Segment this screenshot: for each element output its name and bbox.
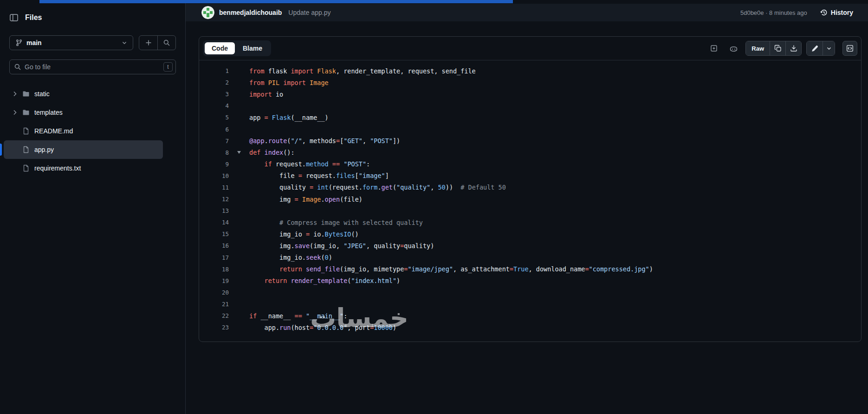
- tab-blame[interactable]: Blame: [236, 42, 269, 54]
- line-number[interactable]: 7: [199, 138, 229, 145]
- code-text: from PIL import Image: [249, 79, 329, 86]
- edit-file-button[interactable]: [807, 41, 823, 55]
- line-number[interactable]: 17: [199, 254, 229, 261]
- file-icon: [22, 146, 30, 153]
- tab-code[interactable]: Code: [205, 42, 235, 54]
- shortcut-key-badge: t: [163, 62, 173, 72]
- code-line: 2from PIL import Image: [199, 77, 861, 88]
- git-branch-icon: [15, 39, 23, 46]
- file-tree: static templates README.md: [4, 85, 176, 177]
- browser-accent-strip: [39, 0, 513, 3]
- code-line: 5app = Flask(__name__): [199, 112, 861, 123]
- line-number[interactable]: 16: [199, 242, 229, 249]
- edit-dropdown-button[interactable]: [823, 41, 835, 55]
- copy-raw-button[interactable]: [770, 41, 785, 55]
- code-text: if __name__ == "__main__":: [249, 312, 347, 320]
- code-text: @app.route("/", methods=["GET", "POST"]): [249, 137, 400, 145]
- line-number[interactable]: 22: [199, 312, 229, 319]
- code-line: 17 img_io.seek(0): [199, 252, 861, 263]
- commit-message[interactable]: Update app.py: [288, 9, 330, 16]
- tree-item-readme[interactable]: README.md: [4, 122, 163, 140]
- collapse-file-tree-button[interactable]: [9, 13, 19, 22]
- code-text: img_io.seek(0): [249, 254, 332, 261]
- identicon-avatar: [201, 6, 214, 19]
- symbols-panel-button[interactable]: [842, 41, 857, 56]
- code-text: def index():: [249, 149, 295, 156]
- line-number[interactable]: 2: [199, 79, 229, 86]
- code-body: 1from flask import Flask, render_templat…: [199, 60, 861, 342]
- code-line: 13: [199, 205, 861, 217]
- code-text: # Compress image with selected quality: [249, 219, 423, 226]
- chevron-down-icon: [827, 46, 831, 51]
- raw-button[interactable]: Raw: [746, 41, 770, 55]
- copilot-button[interactable]: [726, 41, 741, 56]
- download-icon: [790, 45, 797, 52]
- history-label: History: [831, 9, 853, 16]
- fold-collapse-toggle[interactable]: [229, 151, 249, 154]
- code-line: 19 return render_template("index.html"): [199, 275, 861, 287]
- code-text: return render_template("index.html"): [249, 277, 400, 284]
- code-line: 22if __name__ == "__main__":: [199, 310, 861, 322]
- code-text: quality = int(request.form.get("quality"…: [249, 184, 506, 191]
- edit-group: [806, 41, 835, 56]
- tree-item-requirements[interactable]: requirements.txt: [4, 159, 163, 177]
- goto-file-search: t: [9, 59, 176, 74]
- line-number[interactable]: 8: [199, 149, 229, 156]
- line-number[interactable]: 6: [199, 126, 229, 133]
- code-line: 14 # Compress image with selected qualit…: [199, 217, 861, 228]
- line-number[interactable]: 14: [199, 219, 229, 226]
- line-number[interactable]: 4: [199, 102, 229, 109]
- line-number[interactable]: 18: [199, 266, 229, 273]
- fold-caret-icon: [237, 151, 241, 154]
- branch-row: main: [9, 35, 176, 50]
- line-number[interactable]: 11: [199, 184, 229, 191]
- line-number[interactable]: 3: [199, 91, 229, 98]
- line-number[interactable]: 12: [199, 196, 229, 203]
- folder-icon: [22, 90, 30, 98]
- current-branch-label: main: [26, 39, 42, 46]
- line-number[interactable]: 1: [199, 67, 229, 74]
- commit-author[interactable]: benmedjaldichouaib: [219, 9, 282, 16]
- tree-item-static[interactable]: static: [4, 85, 163, 103]
- line-number[interactable]: 20: [199, 289, 229, 296]
- line-number[interactable]: 21: [199, 301, 229, 308]
- code-blame-segmented-control: Code Blame: [203, 40, 271, 56]
- commit-sha-and-time[interactable]: 5d0be0e · 8 minutes ago: [740, 9, 807, 16]
- tree-item-label: README.md: [34, 127, 73, 135]
- code-square-icon: [846, 45, 854, 52]
- line-number[interactable]: 15: [199, 230, 229, 237]
- avatar[interactable]: [201, 6, 214, 19]
- line-number[interactable]: 9: [199, 161, 229, 168]
- code-text: file = request.files["image"]: [249, 172, 389, 179]
- tree-item-app-py[interactable]: app.py: [4, 140, 163, 159]
- search-icon: [163, 39, 170, 46]
- code-line: 21: [199, 298, 861, 310]
- new-file-button[interactable]: [139, 36, 157, 50]
- blob-actions: Raw: [706, 41, 857, 56]
- line-number[interactable]: 5: [199, 114, 229, 121]
- add-file-button[interactable]: [706, 41, 721, 56]
- code-line: 7@app.route("/", methods=["GET", "POST"]…: [199, 135, 861, 147]
- history-button[interactable]: History: [817, 8, 856, 17]
- line-number[interactable]: 23: [199, 324, 229, 331]
- folder-icon: [22, 109, 30, 116]
- code-text: app.run(host="0.0.0.0", port=10000): [249, 324, 396, 331]
- code-text: img.save(img_io, "JPEG", quality=quality…: [249, 242, 434, 250]
- code-line: 11 quality = int(request.form.get("quali…: [199, 182, 861, 193]
- tree-item-templates[interactable]: templates: [4, 103, 163, 122]
- code-text: from flask import Flask, render_template…: [249, 67, 476, 75]
- goto-file-input[interactable]: [9, 59, 176, 74]
- code-line: 8def index():: [199, 147, 861, 158]
- plus-icon: [145, 39, 152, 46]
- branch-selector-button[interactable]: main: [9, 35, 133, 50]
- download-button[interactable]: [785, 41, 801, 55]
- chevron-down-icon: [122, 40, 127, 46]
- line-number[interactable]: 19: [199, 277, 229, 284]
- tree-actions-group: [139, 35, 176, 50]
- line-number[interactable]: 13: [199, 207, 229, 214]
- code-line: 9 if request.method == "POST":: [199, 158, 861, 170]
- code-text: import io: [249, 91, 283, 98]
- line-number[interactable]: 10: [199, 172, 229, 179]
- chevron-right-icon: [11, 90, 19, 98]
- search-this-repository-button[interactable]: [157, 36, 175, 50]
